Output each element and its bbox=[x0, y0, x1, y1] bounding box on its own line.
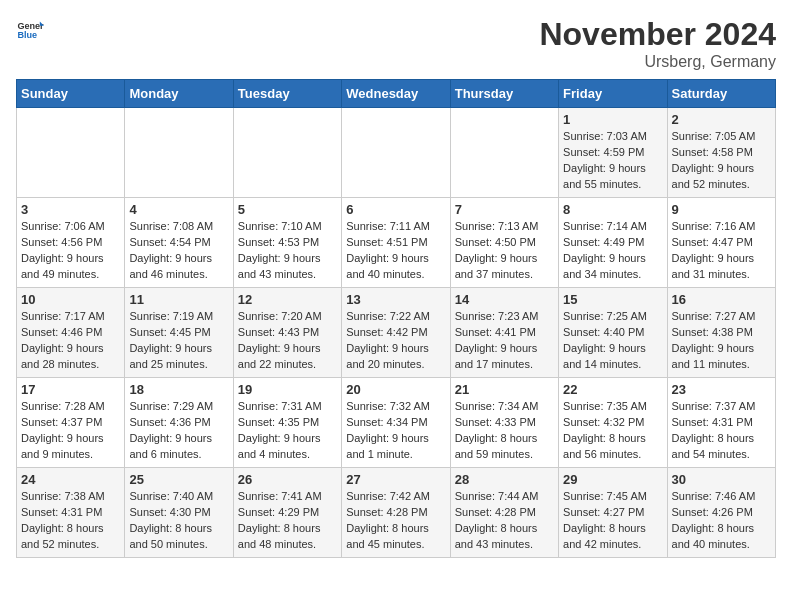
calendar-cell: 21Sunrise: 7:34 AM Sunset: 4:33 PM Dayli… bbox=[450, 378, 558, 468]
calendar-cell: 9Sunrise: 7:16 AM Sunset: 4:47 PM Daylig… bbox=[667, 198, 775, 288]
calendar-cell: 25Sunrise: 7:40 AM Sunset: 4:30 PM Dayli… bbox=[125, 468, 233, 558]
day-info: Sunrise: 7:32 AM Sunset: 4:34 PM Dayligh… bbox=[346, 399, 445, 463]
day-info: Sunrise: 7:19 AM Sunset: 4:45 PM Dayligh… bbox=[129, 309, 228, 373]
day-number: 7 bbox=[455, 202, 554, 217]
day-number: 21 bbox=[455, 382, 554, 397]
day-number: 12 bbox=[238, 292, 337, 307]
month-title: November 2024 bbox=[539, 16, 776, 53]
calendar-cell: 3Sunrise: 7:06 AM Sunset: 4:56 PM Daylig… bbox=[17, 198, 125, 288]
day-info: Sunrise: 7:46 AM Sunset: 4:26 PM Dayligh… bbox=[672, 489, 771, 553]
day-info: Sunrise: 7:42 AM Sunset: 4:28 PM Dayligh… bbox=[346, 489, 445, 553]
day-number: 29 bbox=[563, 472, 662, 487]
day-info: Sunrise: 7:23 AM Sunset: 4:41 PM Dayligh… bbox=[455, 309, 554, 373]
calendar-cell: 10Sunrise: 7:17 AM Sunset: 4:46 PM Dayli… bbox=[17, 288, 125, 378]
day-number: 26 bbox=[238, 472, 337, 487]
day-number: 9 bbox=[672, 202, 771, 217]
day-info: Sunrise: 7:35 AM Sunset: 4:32 PM Dayligh… bbox=[563, 399, 662, 463]
svg-text:Blue: Blue bbox=[17, 30, 37, 40]
calendar-week: 3Sunrise: 7:06 AM Sunset: 4:56 PM Daylig… bbox=[17, 198, 776, 288]
weekday-header: SundayMondayTuesdayWednesdayThursdayFrid… bbox=[17, 80, 776, 108]
weekday-label: Thursday bbox=[450, 80, 558, 108]
day-info: Sunrise: 7:14 AM Sunset: 4:49 PM Dayligh… bbox=[563, 219, 662, 283]
calendar-cell bbox=[125, 108, 233, 198]
day-number: 3 bbox=[21, 202, 120, 217]
day-info: Sunrise: 7:08 AM Sunset: 4:54 PM Dayligh… bbox=[129, 219, 228, 283]
day-info: Sunrise: 7:22 AM Sunset: 4:42 PM Dayligh… bbox=[346, 309, 445, 373]
calendar-cell: 17Sunrise: 7:28 AM Sunset: 4:37 PM Dayli… bbox=[17, 378, 125, 468]
day-number: 6 bbox=[346, 202, 445, 217]
calendar-cell: 20Sunrise: 7:32 AM Sunset: 4:34 PM Dayli… bbox=[342, 378, 450, 468]
day-number: 2 bbox=[672, 112, 771, 127]
weekday-label: Friday bbox=[559, 80, 667, 108]
day-number: 14 bbox=[455, 292, 554, 307]
calendar-cell: 6Sunrise: 7:11 AM Sunset: 4:51 PM Daylig… bbox=[342, 198, 450, 288]
day-number: 25 bbox=[129, 472, 228, 487]
calendar-week: 1Sunrise: 7:03 AM Sunset: 4:59 PM Daylig… bbox=[17, 108, 776, 198]
weekday-label: Wednesday bbox=[342, 80, 450, 108]
day-info: Sunrise: 7:10 AM Sunset: 4:53 PM Dayligh… bbox=[238, 219, 337, 283]
calendar-body: 1Sunrise: 7:03 AM Sunset: 4:59 PM Daylig… bbox=[17, 108, 776, 558]
calendar-cell: 5Sunrise: 7:10 AM Sunset: 4:53 PM Daylig… bbox=[233, 198, 341, 288]
calendar-cell: 22Sunrise: 7:35 AM Sunset: 4:32 PM Dayli… bbox=[559, 378, 667, 468]
calendar-cell bbox=[450, 108, 558, 198]
day-number: 17 bbox=[21, 382, 120, 397]
day-number: 5 bbox=[238, 202, 337, 217]
day-info: Sunrise: 7:20 AM Sunset: 4:43 PM Dayligh… bbox=[238, 309, 337, 373]
calendar-cell: 2Sunrise: 7:05 AM Sunset: 4:58 PM Daylig… bbox=[667, 108, 775, 198]
day-info: Sunrise: 7:31 AM Sunset: 4:35 PM Dayligh… bbox=[238, 399, 337, 463]
day-number: 20 bbox=[346, 382, 445, 397]
calendar-week: 17Sunrise: 7:28 AM Sunset: 4:37 PM Dayli… bbox=[17, 378, 776, 468]
calendar-cell: 1Sunrise: 7:03 AM Sunset: 4:59 PM Daylig… bbox=[559, 108, 667, 198]
calendar-week: 10Sunrise: 7:17 AM Sunset: 4:46 PM Dayli… bbox=[17, 288, 776, 378]
calendar-cell: 16Sunrise: 7:27 AM Sunset: 4:38 PM Dayli… bbox=[667, 288, 775, 378]
header: General Blue November 2024 Ursberg, Germ… bbox=[16, 16, 776, 71]
day-info: Sunrise: 7:28 AM Sunset: 4:37 PM Dayligh… bbox=[21, 399, 120, 463]
day-number: 15 bbox=[563, 292, 662, 307]
day-info: Sunrise: 7:44 AM Sunset: 4:28 PM Dayligh… bbox=[455, 489, 554, 553]
day-number: 13 bbox=[346, 292, 445, 307]
day-number: 11 bbox=[129, 292, 228, 307]
day-info: Sunrise: 7:13 AM Sunset: 4:50 PM Dayligh… bbox=[455, 219, 554, 283]
calendar-cell: 28Sunrise: 7:44 AM Sunset: 4:28 PM Dayli… bbox=[450, 468, 558, 558]
calendar-cell: 27Sunrise: 7:42 AM Sunset: 4:28 PM Dayli… bbox=[342, 468, 450, 558]
weekday-label: Sunday bbox=[17, 80, 125, 108]
day-number: 19 bbox=[238, 382, 337, 397]
calendar-cell: 4Sunrise: 7:08 AM Sunset: 4:54 PM Daylig… bbox=[125, 198, 233, 288]
day-info: Sunrise: 7:17 AM Sunset: 4:46 PM Dayligh… bbox=[21, 309, 120, 373]
day-number: 27 bbox=[346, 472, 445, 487]
day-number: 16 bbox=[672, 292, 771, 307]
day-number: 28 bbox=[455, 472, 554, 487]
day-info: Sunrise: 7:11 AM Sunset: 4:51 PM Dayligh… bbox=[346, 219, 445, 283]
title-area: November 2024 Ursberg, Germany bbox=[539, 16, 776, 71]
day-info: Sunrise: 7:27 AM Sunset: 4:38 PM Dayligh… bbox=[672, 309, 771, 373]
day-info: Sunrise: 7:29 AM Sunset: 4:36 PM Dayligh… bbox=[129, 399, 228, 463]
calendar-cell: 15Sunrise: 7:25 AM Sunset: 4:40 PM Dayli… bbox=[559, 288, 667, 378]
day-info: Sunrise: 7:40 AM Sunset: 4:30 PM Dayligh… bbox=[129, 489, 228, 553]
day-number: 1 bbox=[563, 112, 662, 127]
day-info: Sunrise: 7:03 AM Sunset: 4:59 PM Dayligh… bbox=[563, 129, 662, 193]
calendar-week: 24Sunrise: 7:38 AM Sunset: 4:31 PM Dayli… bbox=[17, 468, 776, 558]
calendar-cell: 30Sunrise: 7:46 AM Sunset: 4:26 PM Dayli… bbox=[667, 468, 775, 558]
calendar-cell: 24Sunrise: 7:38 AM Sunset: 4:31 PM Dayli… bbox=[17, 468, 125, 558]
day-number: 22 bbox=[563, 382, 662, 397]
day-number: 30 bbox=[672, 472, 771, 487]
day-info: Sunrise: 7:38 AM Sunset: 4:31 PM Dayligh… bbox=[21, 489, 120, 553]
day-info: Sunrise: 7:45 AM Sunset: 4:27 PM Dayligh… bbox=[563, 489, 662, 553]
calendar-cell: 19Sunrise: 7:31 AM Sunset: 4:35 PM Dayli… bbox=[233, 378, 341, 468]
calendar-cell: 11Sunrise: 7:19 AM Sunset: 4:45 PM Dayli… bbox=[125, 288, 233, 378]
calendar-table: SundayMondayTuesdayWednesdayThursdayFrid… bbox=[16, 79, 776, 558]
weekday-label: Monday bbox=[125, 80, 233, 108]
calendar-cell: 8Sunrise: 7:14 AM Sunset: 4:49 PM Daylig… bbox=[559, 198, 667, 288]
calendar-cell: 23Sunrise: 7:37 AM Sunset: 4:31 PM Dayli… bbox=[667, 378, 775, 468]
calendar-cell: 7Sunrise: 7:13 AM Sunset: 4:50 PM Daylig… bbox=[450, 198, 558, 288]
logo: General Blue bbox=[16, 16, 44, 44]
day-number: 18 bbox=[129, 382, 228, 397]
location-title: Ursberg, Germany bbox=[539, 53, 776, 71]
day-info: Sunrise: 7:41 AM Sunset: 4:29 PM Dayligh… bbox=[238, 489, 337, 553]
weekday-label: Saturday bbox=[667, 80, 775, 108]
day-info: Sunrise: 7:16 AM Sunset: 4:47 PM Dayligh… bbox=[672, 219, 771, 283]
day-number: 8 bbox=[563, 202, 662, 217]
weekday-label: Tuesday bbox=[233, 80, 341, 108]
day-number: 24 bbox=[21, 472, 120, 487]
day-info: Sunrise: 7:25 AM Sunset: 4:40 PM Dayligh… bbox=[563, 309, 662, 373]
